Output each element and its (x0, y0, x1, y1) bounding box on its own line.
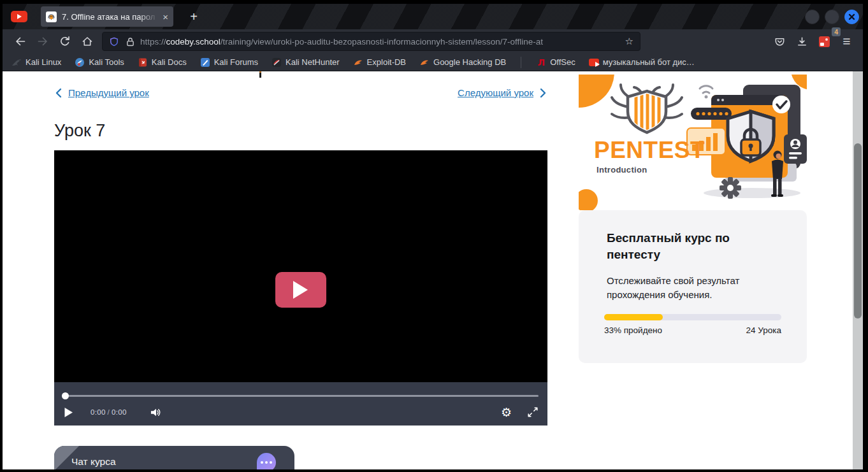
addon-badge: 4 (832, 27, 841, 36)
video-screen[interactable] (54, 150, 547, 382)
bookmark-exploit-db[interactable]: Exploit-DB (353, 57, 406, 68)
tab-title: 7. Offline атака на парол (62, 12, 160, 22)
card-description: Отслеживайте свой результат прохождения … (607, 274, 753, 302)
lessons-count-label: 24 Урока (746, 325, 781, 335)
exploit-db-icon (353, 57, 363, 68)
banner-brand-text: PENTEST (594, 137, 705, 164)
kali-nethunter-icon (271, 57, 282, 68)
codeby-favicon-icon (46, 11, 57, 22)
bookmark-offsec[interactable]: Л OffSec (536, 57, 575, 68)
minimize-button[interactable] (805, 10, 820, 24)
fullscreen-icon[interactable] (527, 406, 539, 418)
progress-bar (604, 314, 781, 320)
page-content: Предыдущий урок Следующий урок Урок 7 0:… (3, 71, 853, 469)
lock-icon (126, 37, 134, 46)
bookmark-music-bot[interactable]: музыкальный бот дис… (589, 57, 695, 68)
downloads-icon[interactable] (791, 32, 813, 51)
course-progress-card: Бесплатный курс по пентесту Отслеживайте… (579, 210, 807, 363)
bookmarks-toolbar: Kali Linux Kali Tools Kali Docs Kali For… (3, 54, 863, 71)
seek-bar[interactable] (64, 395, 539, 397)
chat-bubble-icon[interactable] (257, 453, 276, 469)
big-play-button[interactable] (275, 272, 326, 308)
kali-forums-icon (200, 57, 210, 68)
time-display: 0:00/0:00 (90, 408, 127, 416)
seek-knob[interactable] (62, 392, 69, 399)
addon-red-icon (819, 36, 830, 47)
active-tab[interactable]: 7. Offline атака на парол × (41, 6, 173, 27)
reload-icon[interactable] (54, 32, 76, 51)
pinned-tab-youtube[interactable] (3, 6, 36, 27)
card-title: Бесплатный курс по пентесту (607, 230, 769, 263)
player-controls: 0:00/0:00 ⚙ (54, 382, 547, 426)
new-tab-button[interactable]: + (185, 10, 203, 24)
bookmark-star-icon[interactable]: ☆ (625, 36, 633, 47)
next-lesson-link[interactable]: Следующий урок (458, 87, 547, 98)
bookmark-kali-docs[interactable]: Kali Docs (138, 57, 187, 68)
close-button[interactable] (844, 10, 859, 24)
scrollbar-thumb[interactable] (854, 143, 862, 318)
kali-tools-icon (75, 57, 85, 68)
video-player: 0:00/0:00 ⚙ (54, 150, 547, 426)
youtube-icon (11, 11, 27, 22)
lesson-title: Урок 7 (54, 121, 105, 141)
chevron-right-icon (539, 88, 547, 98)
play-icon[interactable] (64, 407, 73, 418)
bookmark-google-hacking-db[interactable]: Google Hacking DB (419, 57, 506, 68)
home-icon[interactable] (76, 32, 98, 51)
window-controls (805, 10, 863, 24)
progress-fill (604, 314, 663, 320)
youtube-icon (589, 57, 599, 68)
course-banner: PENTEST Introduction (579, 75, 807, 210)
volume-icon[interactable] (150, 407, 162, 418)
kali-docs-icon (138, 57, 148, 68)
bookmark-kali-linux[interactable]: Kali Linux (11, 57, 61, 68)
bookmark-kali-nethunter[interactable]: Kali NetHunter (271, 57, 340, 68)
navigation-toolbar: https://codeby.school/training/view/urok… (3, 29, 863, 54)
bookmarks-separator (521, 57, 521, 68)
forward-icon[interactable] (31, 32, 54, 51)
maximize-button[interactable] (825, 10, 839, 24)
banner-subtitle-text: Introduction (597, 165, 647, 175)
url-bar[interactable]: https://codeby.school/training/view/urok… (102, 32, 640, 51)
titlebar: 7. Offline атака на парол × + (3, 4, 863, 29)
clipped-heading-fragment (259, 71, 261, 78)
bookmark-kali-tools[interactable]: Kali Tools (75, 57, 124, 68)
offsec-icon: Л (536, 57, 546, 68)
progress-percent-label: 33% пройдено (604, 325, 662, 335)
url-text[interactable]: https://codeby.school/training/view/urok… (140, 37, 621, 46)
settings-gear-icon[interactable]: ⚙ (501, 406, 512, 418)
google-hacking-db-icon (419, 57, 430, 68)
chevron-left-icon (54, 88, 63, 98)
toolbar-right: 4 ≡ (769, 32, 863, 51)
page-scrollbar[interactable] (853, 71, 863, 469)
chat-title: Чат курса (71, 456, 116, 468)
previous-lesson-link[interactable]: Предыдущий урок (54, 87, 149, 98)
bookmark-kali-forums[interactable]: Kali Forums (200, 57, 258, 68)
tab-close-icon[interactable]: × (163, 11, 168, 22)
video-downloader-addon-icon[interactable]: 4 (813, 32, 835, 51)
back-icon[interactable] (9, 32, 31, 51)
lesson-navigation: Предыдущий урок Следующий урок (54, 87, 547, 98)
shield-icon[interactable] (109, 36, 119, 47)
pocket-icon[interactable] (769, 32, 791, 51)
browser-window: 7. Offline атака на парол × + (0, 0, 868, 472)
kali-linux-icon (11, 57, 22, 68)
course-chat-panel[interactable]: Чат курса (54, 446, 294, 469)
